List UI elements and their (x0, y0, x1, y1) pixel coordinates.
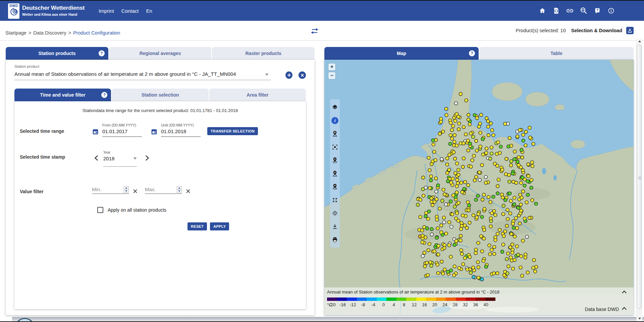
station-marker[interactable] (433, 200, 436, 204)
station-marker[interactable] (487, 125, 490, 128)
station-marker[interactable] (446, 157, 449, 160)
station-marker[interactable] (421, 234, 424, 237)
min-value-input[interactable]: Min. (92, 186, 129, 194)
station-marker[interactable] (455, 191, 459, 194)
station-marker[interactable] (524, 130, 528, 133)
station-marker[interactable] (455, 112, 458, 116)
station-marker[interactable] (464, 132, 468, 136)
station-marker[interactable] (462, 125, 466, 129)
nav-language[interactable]: En (146, 8, 152, 14)
station-marker[interactable] (502, 212, 505, 216)
station-marker[interactable] (453, 157, 457, 160)
home-icon[interactable] (538, 7, 546, 15)
station-marker[interactable] (437, 253, 440, 256)
station-marker[interactable] (433, 250, 436, 253)
station-marker[interactable] (520, 209, 523, 212)
clear-min-icon[interactable] (133, 189, 138, 194)
station-marker[interactable] (425, 261, 429, 265)
station-marker[interactable] (499, 145, 502, 148)
station-marker[interactable] (459, 92, 462, 96)
station-marker[interactable] (489, 201, 492, 204)
station-marker[interactable] (429, 175, 433, 178)
station-marker[interactable] (511, 251, 514, 254)
station-marker[interactable] (474, 251, 477, 255)
station-marker[interactable] (511, 222, 515, 225)
station-marker[interactable] (479, 113, 483, 117)
layers-icon[interactable] (331, 101, 339, 114)
apply-all-checkbox[interactable] (97, 207, 103, 213)
year-select[interactable]: Year 2018 (103, 150, 137, 167)
station-marker[interactable] (481, 138, 484, 141)
place-check-area-icon[interactable] (331, 167, 339, 180)
station-marker[interactable] (453, 265, 456, 268)
station-marker[interactable] (507, 145, 510, 148)
station-marker[interactable] (445, 163, 449, 166)
station-marker[interactable] (521, 169, 525, 172)
station-product-select[interactable]: Annual mean of Station observations of a… (14, 69, 271, 80)
station-marker[interactable] (509, 256, 513, 259)
station-marker[interactable] (454, 102, 458, 105)
station-marker[interactable] (427, 156, 430, 159)
calendar-from-icon[interactable] (92, 128, 99, 135)
station-marker[interactable] (439, 120, 442, 123)
station-marker[interactable] (442, 221, 446, 224)
help-icon[interactable]: ? (593, 7, 601, 15)
station-marker[interactable] (428, 169, 431, 172)
station-marker[interactable] (424, 186, 428, 189)
station-marker[interactable] (463, 256, 467, 260)
swap-panels-icon[interactable] (310, 28, 319, 35)
station-marker[interactable] (518, 128, 522, 132)
station-marker[interactable] (496, 164, 499, 167)
tab-map[interactable]: Map ? (324, 47, 479, 60)
station-marker[interactable] (526, 271, 529, 274)
station-marker[interactable] (475, 175, 478, 179)
station-marker[interactable] (445, 113, 448, 117)
station-marker[interactable] (436, 184, 440, 187)
station-marker[interactable] (469, 132, 473, 135)
station-marker[interactable] (440, 224, 443, 227)
station-marker[interactable] (482, 237, 486, 240)
station-marker[interactable] (430, 264, 433, 267)
station-marker[interactable] (494, 238, 497, 242)
station-marker[interactable] (460, 252, 464, 256)
station-marker[interactable] (444, 107, 448, 111)
breadcrumb-data-discovery[interactable]: Data Discovery (33, 30, 66, 36)
station-marker[interactable] (485, 117, 488, 120)
station-marker[interactable] (435, 190, 438, 193)
station-marker[interactable] (508, 212, 512, 215)
station-marker[interactable] (521, 274, 524, 277)
horizontal-scrollbar-track[interactable] (12, 317, 644, 321)
station-marker[interactable] (458, 266, 461, 270)
station-marker[interactable] (460, 224, 464, 228)
station-marker[interactable] (449, 255, 452, 259)
station-marker[interactable] (529, 136, 532, 139)
station-marker[interactable] (437, 244, 440, 248)
station-marker[interactable] (504, 198, 507, 202)
station-marker[interactable] (467, 113, 470, 117)
station-marker[interactable] (429, 179, 433, 182)
station-marker[interactable] (468, 123, 471, 126)
station-marker[interactable] (509, 246, 512, 249)
station-marker[interactable] (467, 183, 470, 187)
station-marker[interactable] (479, 131, 482, 135)
station-marker[interactable] (442, 188, 445, 192)
station-marker[interactable] (519, 266, 522, 269)
station-marker[interactable] (530, 178, 533, 182)
station-marker[interactable] (508, 136, 511, 140)
station-marker[interactable] (488, 253, 492, 256)
station-marker[interactable] (455, 212, 459, 215)
nav-imprint[interactable]: Imprint (99, 8, 114, 14)
station-marker[interactable] (471, 159, 474, 162)
station-marker[interactable] (448, 142, 452, 146)
station-marker[interactable] (487, 133, 490, 137)
station-marker[interactable] (453, 140, 456, 144)
station-marker[interactable] (461, 165, 465, 169)
station-marker[interactable] (447, 168, 451, 171)
station-marker[interactable] (525, 235, 529, 238)
station-marker[interactable] (451, 124, 455, 128)
fullscreen-icon[interactable] (331, 194, 339, 207)
station-marker[interactable] (455, 184, 459, 188)
tab-table[interactable]: Table (479, 47, 634, 60)
station-marker[interactable] (501, 243, 505, 246)
print-icon[interactable] (331, 233, 339, 247)
